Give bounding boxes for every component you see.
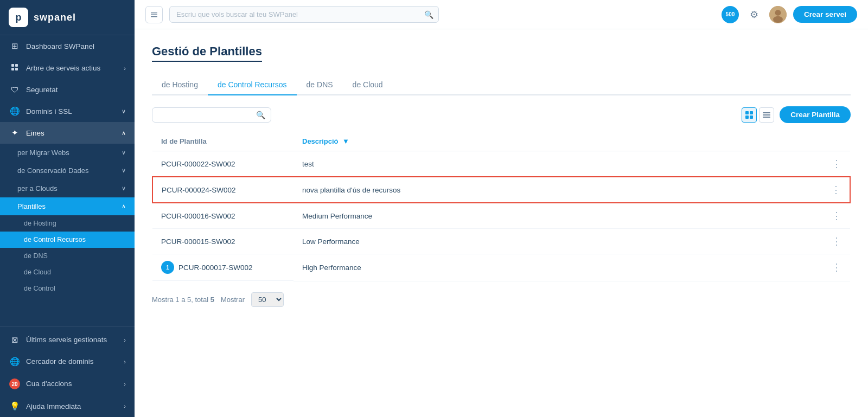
sidebar-item-cercador[interactable]: 🌐 Cercador de dominis › [0, 351, 135, 373]
sidebar-item-de-control[interactable]: de Control [0, 280, 135, 297]
sidebar-item-de-control-recursos[interactable]: de Control Recursos [0, 232, 135, 248]
cua-icon: 20 [9, 378, 21, 390]
sidebar-subitem-label: de Conservació Dades [17, 166, 89, 175]
chevron-right-icon: › [124, 403, 126, 409]
sidebar-item-ajuda[interactable]: 💡 Ajuda Immediata › [0, 395, 135, 417]
sidebar-item-migrar[interactable]: per Migrar Webs ∨ [0, 144, 135, 162]
chevron-right-icon: › [124, 65, 126, 72]
svg-rect-4 [151, 12, 157, 14]
table-row: PCUR-000022-SW002 test ⋮ [152, 151, 850, 177]
sidebar-item-arbre[interactable]: Arbre de serveis actius › [0, 57, 135, 79]
chevron-down-icon: ∨ [122, 149, 126, 156]
search-icon: 🔍 [256, 111, 265, 119]
table-row: PCUR-000015-SW002 Low Performance ⋮ [152, 229, 850, 254]
list-view-button[interactable] [759, 107, 774, 123]
svg-rect-15 [763, 114, 770, 116]
table-actions: Crear Plantilla [742, 106, 851, 123]
search-input[interactable] [169, 6, 439, 23]
svg-rect-16 [763, 117, 770, 118]
svg-rect-13 [750, 116, 753, 119]
svg-point-9 [773, 16, 783, 22]
svg-rect-6 [151, 16, 157, 17]
collapse-sidebar-button[interactable] [145, 6, 163, 23]
chevron-down-icon: ∨ [122, 108, 126, 115]
grid-view-button[interactable] [742, 107, 757, 123]
row-more-button[interactable]: ⋮ [822, 203, 850, 229]
svg-rect-2 [11, 68, 14, 70]
sidebar-item-de-cloud[interactable]: de Cloud [0, 264, 135, 280]
cell-id: PCUR-000016-SW002 [152, 203, 293, 229]
sidebar-item-seguretat[interactable]: 🛡 Seguretat [0, 79, 135, 100]
sidebar: p swpanel ⊞ Dashboard SWPanel Arbre de s… [0, 0, 135, 417]
sidebar-item-de-dns[interactable]: de DNS [0, 248, 135, 264]
pagination-showing: Mostra 1 a 5, total 5 [152, 296, 214, 304]
sidebar-item-eines[interactable]: ✦ Eines ∧ [0, 122, 135, 144]
sidebar-item-plantilles[interactable]: Plantilles ∧ [0, 197, 135, 215]
row-more-button[interactable]: ⋮ [822, 177, 850, 203]
tab-de-control-recursos[interactable]: de Control Recursos [208, 75, 297, 95]
create-service-button[interactable]: Crear servei [793, 6, 857, 23]
sidebar-subsubitem-label: de Control Recursos [24, 236, 86, 243]
create-plantilla-button[interactable]: Crear Plantilla [780, 106, 851, 123]
eines-icon: ✦ [9, 128, 21, 138]
sidebar-subitem-label: Plantilles [17, 202, 46, 210]
table-search-input[interactable] [158, 111, 256, 119]
arbre-icon [9, 63, 21, 73]
ajuda-icon: 💡 [9, 401, 21, 411]
globe-icon: 🌐 [9, 106, 21, 116]
tab-de-cloud[interactable]: de Cloud [343, 75, 393, 95]
points-badge: 500 [722, 6, 739, 23]
sidebar-item-label: Últims serveis gestionats [26, 336, 107, 344]
per-page-select[interactable]: 10 25 50 100 [251, 292, 284, 307]
page-content: Gestió de Plantilles de Hosting de Contr… [135, 29, 868, 417]
sidebar-item-dashboard[interactable]: ⊞ Dashboard SWPanel [0, 35, 135, 57]
sidebar-subsubitem-label: de DNS [24, 252, 48, 260]
sidebar-logo: p swpanel [0, 0, 135, 35]
col-actions [822, 132, 850, 151]
table-search-box: 🔍 [152, 107, 271, 123]
table-row: 1 PCUR-000017-SW002 High Performance ⋮ [152, 254, 850, 281]
settings-button[interactable]: ⚙ [745, 6, 763, 23]
sidebar-item-cua[interactable]: 20 Cua d'accions › [0, 373, 135, 396]
avatar[interactable] [769, 6, 787, 23]
svg-rect-12 [745, 116, 749, 119]
brand-name: swpanel [34, 12, 76, 23]
sidebar-item-clouds[interactable]: per a Clouds ∨ [0, 179, 135, 197]
row-more-button[interactable]: ⋮ [822, 151, 850, 177]
shield-icon: 🛡 [9, 85, 21, 94]
sidebar-item-label: Eines [26, 129, 44, 137]
cell-id: 1 PCUR-000017-SW002 [152, 254, 293, 281]
sidebar-item-conservacio[interactable]: de Conservació Dades ∨ [0, 162, 135, 179]
sidebar-item-label: Ajuda Immediata [26, 402, 81, 410]
svg-rect-0 [11, 64, 14, 67]
cell-id: PCUR-000015-SW002 [152, 229, 293, 254]
chevron-right-icon: › [124, 337, 126, 343]
col-id: Id de Plantilla [152, 132, 293, 151]
svg-rect-11 [750, 111, 753, 114]
tab-de-dns[interactable]: de DNS [297, 75, 343, 95]
sidebar-item-label: Cercador de dominis [26, 357, 94, 365]
table-row-highlighted: PCUR-000024-SW002 nova plantilla d'ús de… [152, 177, 850, 203]
sidebar-item-de-hosting[interactable]: de Hosting [0, 215, 135, 232]
row-more-button[interactable]: ⋮ [822, 254, 850, 281]
tab-de-hosting[interactable]: de Hosting [152, 75, 208, 95]
chevron-up-icon: ∧ [122, 203, 126, 210]
tabs-bar: de Hosting de Control Recursos de DNS de… [152, 75, 851, 95]
logo-letter: p [16, 12, 22, 23]
sidebar-item-dominis[interactable]: 🌐 Dominis i SSL ∨ [0, 100, 135, 122]
row-more-button[interactable]: ⋮ [822, 229, 850, 254]
sidebar-subitem-label: per a Clouds [17, 184, 58, 193]
global-search-box: 🔍 [169, 6, 439, 23]
search-icon: 🔍 [424, 10, 433, 19]
svg-rect-5 [151, 14, 157, 15]
sidebar-item-label: Seguretat [26, 86, 58, 94]
globe2-icon: 🌐 [9, 357, 21, 367]
chevron-down-icon: ∨ [122, 167, 126, 174]
table-toolbar: 🔍 Crear Plantilla [152, 106, 851, 123]
pagination-show-label: Mostrar [221, 296, 245, 304]
sidebar-item-ultims[interactable]: ⊠ Últims serveis gestionats › [0, 329, 135, 351]
cell-descripcio: nova plantilla d'ús de recursos [293, 177, 822, 203]
chevron-down-icon: ∨ [122, 185, 126, 192]
cell-descripcio: High Performance [293, 254, 822, 281]
col-descripcio[interactable]: Descripció ▼ [293, 132, 822, 151]
